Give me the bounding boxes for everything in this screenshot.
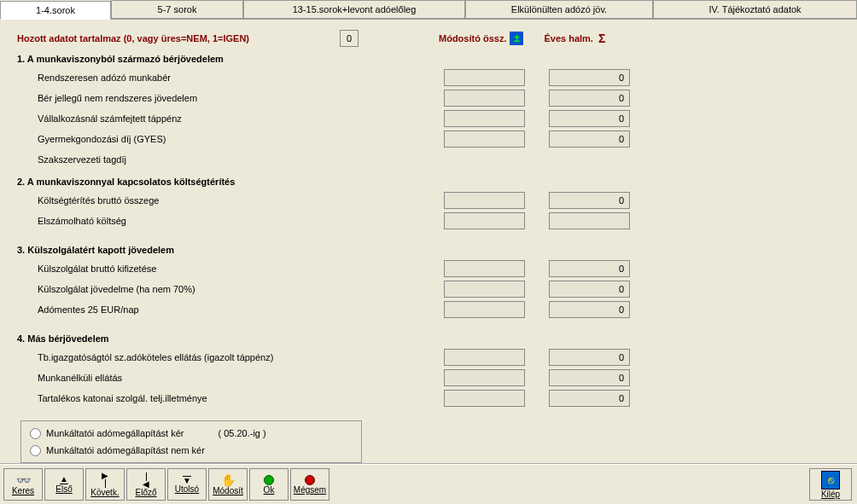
- radio-megallapitast-nem-ker[interactable]: [30, 445, 41, 456]
- s2-r2-mod-field[interactable]: [444, 212, 525, 229]
- search-label: Keres: [12, 486, 34, 495]
- s4-r1-label: Tb.igazgatóságtól sz.adóköteles ellátás …: [17, 352, 418, 362]
- s3-r3-mod-field[interactable]: [444, 301, 525, 318]
- first-icon: ▲: [60, 476, 68, 484]
- exit-button[interactable]: ⎋ Kilép: [809, 468, 852, 501]
- page-content: Hozott adatot tartalmaz (0, vagy üres=NE…: [0, 19, 857, 445]
- s2-r1-label: Költségtérítés bruttó összege: [17, 195, 418, 206]
- last-icon: ▼: [183, 476, 191, 484]
- s1-r3-label: Vállalkozásnál számfejtett táppénz: [17, 113, 418, 124]
- s1-r5-label: Szakszervezeti tagdíj: [17, 154, 418, 165]
- s4-r3-mod-field[interactable]: [444, 390, 525, 407]
- section-1-head: 1. A munkaviszonyból származó bérjövedel…: [17, 54, 843, 64]
- s1-r4-label: Gyermekgondozási díj (GYES): [17, 134, 418, 144]
- exit-icon: ⎋: [821, 471, 840, 490]
- first-button[interactable]: ▲ Első: [44, 468, 84, 501]
- opt1-label: Munkáltatói adómegállapítást kér: [46, 428, 184, 438]
- tab-elkulonulten[interactable]: Elkülönülten adózó jöv.: [465, 0, 653, 19]
- s3-r2-label: Külszolgálat jövedelme (ha nem 70%): [17, 284, 418, 294]
- hozott-value-button[interactable]: 0: [340, 30, 359, 47]
- s4-r1-mod-field[interactable]: [444, 349, 525, 366]
- s1-r2-yr-field[interactable]: [549, 90, 630, 107]
- tab-bar: 1-4.sorok 5-7 sorok 13-15.sorok+levont a…: [0, 0, 857, 19]
- header-row: Hozott adatot tartalmaz (0, vagy üres=NE…: [17, 30, 843, 47]
- s4-r1-yr-field[interactable]: [549, 349, 630, 366]
- sigma-icon[interactable]: Σ: [598, 32, 605, 45]
- s4-r3-yr-field[interactable]: [549, 390, 630, 407]
- opt1-note: ( 05.20.-ig ): [218, 428, 265, 438]
- red-circle-icon: [305, 475, 315, 485]
- radio-megallapitast-ker[interactable]: [30, 428, 41, 439]
- hozott-label: Hozott adatot tartalmaz (0, vagy üres=NE…: [17, 33, 340, 43]
- hand-icon: ✋: [221, 474, 236, 486]
- first-label: Első: [55, 484, 72, 494]
- s1-r2-mod-field[interactable]: [444, 90, 525, 107]
- edit-button[interactable]: ✋ Módosít: [208, 468, 248, 501]
- s1-r4-yr-field[interactable]: [549, 130, 630, 148]
- s1-r3-mod-field[interactable]: [444, 110, 525, 127]
- s3-r2-yr-field[interactable]: [549, 281, 630, 298]
- s2-r2-label: Elszámolható költség: [17, 216, 418, 226]
- ok-label: Ok: [264, 485, 275, 495]
- s3-r3-label: Adómentes 25 EUR/nap: [17, 304, 418, 315]
- edit-label: Módosít: [213, 486, 243, 495]
- next-icon: ▶: [102, 472, 108, 488]
- search-button[interactable]: 👓 Keres: [3, 468, 43, 501]
- s3-r1-label: Külszolgálat bruttó kifizetése: [17, 264, 418, 274]
- s4-r2-label: Munkanélküli ellátás: [17, 373, 418, 383]
- s2-r2-yr-field[interactable]: [549, 212, 630, 229]
- last-button[interactable]: ▼ Utolsó: [167, 468, 207, 501]
- s3-r1-yr-field[interactable]: [549, 260, 630, 277]
- next-button[interactable]: ▶ Követk.: [85, 468, 125, 501]
- s3-r2-mod-field[interactable]: [444, 281, 525, 298]
- prev-icon: ◀: [143, 472, 149, 488]
- last-label: Utolsó: [175, 484, 199, 494]
- cancel-label: Mégsem: [294, 485, 326, 495]
- ok-button[interactable]: Ok: [249, 468, 289, 501]
- s4-r3-label: Tartalékos katonai szolgál. telj.illetmé…: [17, 393, 418, 403]
- opt2-label: Munkáltatói adómegállapítást nem kér: [46, 445, 205, 455]
- modosito-icon[interactable]: ±: [510, 32, 523, 45]
- tab-tajekoztato[interactable]: IV. Tájékoztató adatok: [653, 0, 857, 19]
- prev-button[interactable]: ◀ Előző: [126, 468, 166, 501]
- s4-r2-mod-field[interactable]: [444, 369, 525, 386]
- options-group: Munkáltatói adómegállapítást kér ( 05.20…: [20, 420, 362, 463]
- tab-13-15-sorok[interactable]: 13-15.sorok+levont adóelőleg: [243, 0, 465, 19]
- s1-r3-yr-field[interactable]: [549, 110, 630, 127]
- s2-r1-mod-field[interactable]: [444, 192, 525, 209]
- eves-halm-label: Éves halm.: [544, 33, 592, 43]
- exit-label: Kilép: [821, 490, 840, 499]
- s4-r2-yr-field[interactable]: [549, 369, 630, 386]
- section-2-head: 2. A munkaviszonnyal kapcsolatos költség…: [17, 177, 843, 187]
- tab-5-7-sorok[interactable]: 5-7 sorok: [111, 0, 243, 19]
- tab-1-4-sorok[interactable]: 1-4.sorok: [0, 1, 111, 20]
- section-4-head: 4. Más bérjövedelem: [17, 333, 843, 344]
- s1-r2-label: Bér jellegű nem rendszeres jövedelem: [17, 93, 418, 103]
- s1-r1-yr-field[interactable]: [549, 69, 630, 86]
- s3-r3-yr-field[interactable]: [549, 301, 630, 318]
- s3-r1-mod-field[interactable]: [444, 260, 525, 277]
- s1-r1-label: Rendszeresen adózó munkabér: [17, 72, 418, 83]
- bottom-toolbar: 👓 Keres ▲ Első ▶ Követk. ◀ Előző ▼ Utols…: [0, 463, 857, 504]
- next-label: Követk.: [90, 488, 119, 497]
- prev-label: Előző: [135, 488, 156, 497]
- section-3-head: 3. Külszolgálatért kapott jövedelem: [17, 245, 843, 255]
- green-circle-icon: [264, 475, 274, 485]
- binoculars-icon: 👓: [16, 474, 31, 486]
- s1-r1-mod-field[interactable]: [444, 69, 525, 86]
- s1-r4-mod-field[interactable]: [444, 130, 525, 148]
- cancel-button[interactable]: Mégsem: [290, 468, 329, 501]
- s2-r1-yr-field[interactable]: [549, 192, 630, 209]
- modosito-label: Módosító össz.: [439, 33, 506, 43]
